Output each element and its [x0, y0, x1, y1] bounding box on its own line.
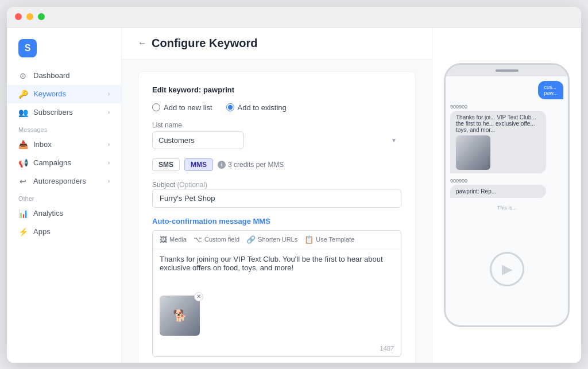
phone-sender-2: 900900	[450, 178, 563, 184]
app-logo: S	[18, 39, 37, 57]
mms-section-title: Auto-confirmation message MMS	[152, 217, 401, 226]
keywords-arrow: ›	[108, 91, 110, 97]
campaigns-icon: 📢	[18, 158, 28, 168]
radio-input-existing[interactable]	[226, 103, 234, 111]
phone-mockup: cus...paw... 900900 Thanks for joi... VI…	[444, 63, 570, 327]
phone-message-2: 900900 pawprint: Rep...	[450, 178, 563, 198]
phone-message-text-1: Thanks for joi... VIP Text Club... the f…	[456, 114, 540, 133]
browser-window: S ⊙ Dashboard 🔑 Keywords › 👥 Subscribers…	[7, 7, 581, 363]
sidebar-label-dashboard: Dashboard	[33, 71, 70, 80]
custom-field-icon: ⌥	[194, 235, 202, 244]
section-messages: Messages	[7, 122, 121, 135]
mms-badge[interactable]: MMS	[184, 158, 213, 171]
section-other: Other	[7, 191, 121, 204]
phone-message-1: 900900 Thanks for joi... VIP Text Club..…	[450, 104, 563, 173]
phone-screen: cus...paw... 900900 Thanks for joi... VI…	[446, 76, 568, 325]
phone-bubble-left-1: Thanks for joi... VIP Text Club... the f…	[450, 111, 546, 173]
mms-toolbar: 🖼 Media ⌥ Custom field 🔗 Shorten URLs	[153, 231, 401, 249]
phone-bottom-text: This is...	[450, 203, 563, 213]
phone-message-image	[456, 135, 490, 170]
sidebar: S ⊙ Dashboard 🔑 Keywords › 👥 Subscribers…	[7, 28, 122, 363]
radio-existing[interactable]: Add to existing	[226, 103, 287, 112]
page-header: ← Configure Keyword	[122, 28, 432, 60]
radio-new-list[interactable]: Add to new list	[152, 103, 212, 112]
autoresponders-arrow: ›	[108, 178, 110, 184]
mms-image-preview: 🐕 ✕	[160, 296, 200, 336]
analytics-icon: 📊	[18, 209, 28, 218]
credits-info: i 3 credits per MMS	[218, 161, 284, 169]
dashboard-icon: ⊙	[18, 71, 28, 80]
sidebar-item-inbox[interactable]: 📥 Inbox ›	[7, 135, 121, 154]
mms-editor: 🖼 Media ⌥ Custom field 🔗 Shorten URLs	[152, 230, 401, 357]
inbox-icon: 📥	[18, 140, 28, 149]
list-name-label: List name	[152, 121, 401, 129]
sidebar-label-inbox: Inbox	[33, 140, 52, 149]
sidebar-label-keywords: Keywords	[33, 90, 66, 98]
browser-body: S ⊙ Dashboard 🔑 Keywords › 👥 Subscribers…	[7, 28, 581, 363]
keyword-label: Edit keyword: pawprint	[152, 86, 401, 94]
sidebar-label-subscribers: Subscribers	[33, 108, 73, 116]
sidebar-label-autoresponders: Autoresponders	[33, 177, 86, 185]
mms-custom-field-button[interactable]: ⌥ Custom field	[194, 235, 239, 244]
mms-char-count: 1487	[153, 343, 401, 356]
mms-shorten-urls-button[interactable]: 🔗 Shorten URLs	[246, 235, 297, 244]
shorten-urls-icon: 🔗	[246, 235, 256, 244]
remove-image-button[interactable]: ✕	[194, 292, 203, 301]
sidebar-item-subscribers[interactable]: 👥 Subscribers ›	[7, 103, 121, 122]
media-icon: 🖼	[160, 235, 167, 244]
inbox-arrow: ›	[108, 141, 110, 147]
phone-sender-1: 900900	[450, 104, 563, 110]
sidebar-item-keywords[interactable]: 🔑 Keywords ›	[7, 85, 121, 103]
phone-area: cus...paw... 900900 Thanks for joi... VI…	[432, 28, 581, 363]
sidebar-item-autoresponders[interactable]: ↩ Autoresponders ›	[7, 172, 121, 191]
page-title: Configure Keyword	[152, 37, 257, 50]
form-card: Edit keyword: pawprint Add to new list A…	[138, 71, 416, 363]
sidebar-label-campaigns: Campaigns	[33, 158, 71, 167]
subject-label: Subject (Optional)	[152, 181, 207, 189]
sidebar-label-analytics: Analytics	[33, 209, 63, 217]
sidebar-logo: S	[7, 34, 121, 67]
browser-dot-green[interactable]	[38, 13, 45, 20]
info-icon: i	[218, 161, 226, 169]
autoresponders-icon: ↩	[18, 177, 28, 186]
play-button[interactable]: ▶	[490, 252, 524, 286]
phone-top-bar	[446, 65, 568, 76]
mms-use-template-button[interactable]: 📋 Use Template	[304, 235, 354, 244]
sidebar-item-analytics[interactable]: 📊 Analytics	[7, 204, 121, 223]
content-area: Edit keyword: pawprint Add to new list A…	[122, 60, 432, 363]
keywords-icon: 🔑	[18, 90, 28, 99]
main-content: ← Configure Keyword Edit keyword: pawpri…	[122, 28, 432, 363]
phone-play-area: ▶	[450, 217, 563, 321]
select-chevron-icon: ▼	[391, 137, 397, 143]
subscribers-arrow: ›	[108, 109, 110, 115]
phone-bubble-left-2: pawprint: Rep...	[450, 185, 546, 198]
browser-dot-yellow[interactable]	[26, 13, 33, 20]
mms-image-placeholder: 🐕	[160, 296, 200, 336]
apps-icon: ⚡	[18, 227, 28, 236]
mms-textarea[interactable]: Thanks for joining our VIP Text Club. Yo…	[153, 249, 401, 289]
sidebar-item-apps[interactable]: ⚡ Apps	[7, 223, 121, 241]
subject-field: Subject (Optional)	[152, 180, 401, 208]
sms-badge[interactable]: SMS	[152, 158, 180, 171]
sidebar-label-apps: Apps	[33, 227, 51, 236]
campaigns-arrow: ›	[108, 160, 110, 166]
back-button[interactable]: ←	[138, 38, 147, 48]
phone-speaker	[496, 69, 519, 72]
browser-titlebar	[7, 7, 581, 28]
phone-bubble-right: cus...paw...	[538, 81, 563, 99]
sidebar-item-campaigns[interactable]: 📢 Campaigns ›	[7, 154, 121, 172]
mms-media-button[interactable]: 🖼 Media	[160, 235, 187, 244]
list-name-wrapper: Customers Subscribers VIP Members ▼	[152, 131, 401, 149]
radio-input-new-list[interactable]	[152, 103, 160, 111]
bubble-right-text: cus...paw...	[544, 84, 558, 96]
subscribers-icon: 👥	[18, 108, 28, 117]
radio-group: Add to new list Add to existing	[152, 103, 401, 112]
list-name-select[interactable]: Customers Subscribers VIP Members	[152, 131, 244, 149]
template-icon: 📋	[304, 235, 314, 244]
sidebar-item-dashboard[interactable]: ⊙ Dashboard	[7, 67, 121, 85]
phone-message-text-2: pawprint: Rep...	[456, 188, 540, 195]
message-type-row: SMS MMS i 3 credits per MMS	[152, 158, 401, 171]
browser-dot-red[interactable]	[15, 13, 22, 20]
subject-input[interactable]	[152, 189, 401, 208]
